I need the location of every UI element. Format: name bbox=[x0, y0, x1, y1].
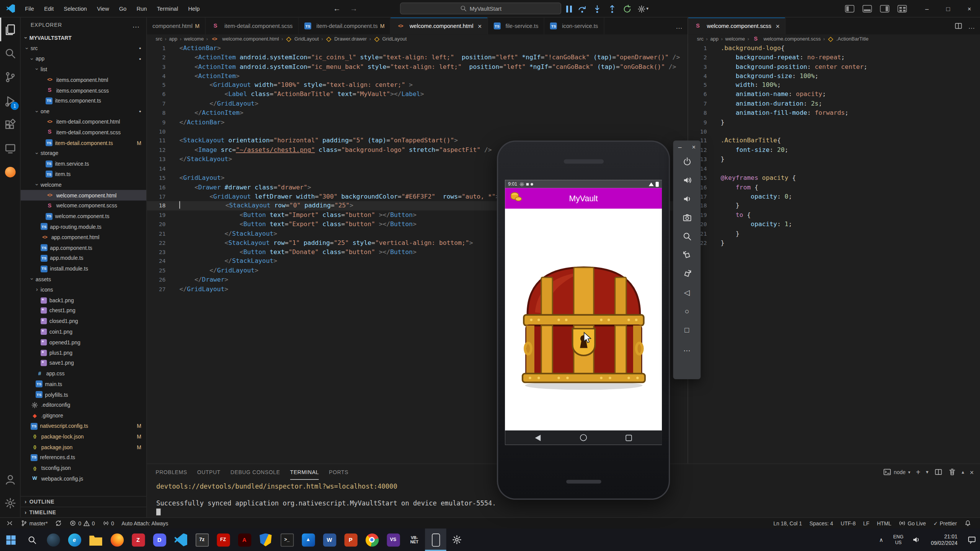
menu-run[interactable]: Run bbox=[132, 0, 152, 17]
file-chest1.png[interactable]: chest1.png bbox=[21, 305, 146, 316]
taskbar-steam[interactable] bbox=[42, 528, 64, 551]
emulator-zoom-button[interactable] bbox=[673, 227, 701, 246]
file-item-detail.component.scss[interactable]: Sitem-detail.component.scss bbox=[21, 127, 146, 137]
panel-tab-problems[interactable]: PROBLEMS bbox=[156, 464, 187, 480]
taskbar-powerpoint[interactable]: P bbox=[340, 528, 361, 551]
file-references.d.ts[interactable]: TSreferences.d.ts bbox=[21, 452, 146, 463]
folder-assets[interactable]: ›assets bbox=[21, 274, 146, 284]
file-nativescript.config.ts[interactable]: TSnativescript.config.tsM bbox=[21, 421, 146, 431]
command-center-search[interactable]: MyVaultStart bbox=[400, 3, 561, 15]
go-back-icon[interactable]: ← bbox=[333, 4, 341, 13]
file-app.component.ts[interactable]: TSapp.component.ts bbox=[21, 243, 146, 253]
taskbar-vbnet[interactable]: VB-NET bbox=[404, 528, 425, 551]
status-ports[interactable]: 0 bbox=[99, 518, 118, 529]
new-terminal-icon[interactable]: + bbox=[916, 468, 920, 476]
status-branch[interactable]: master* bbox=[17, 518, 51, 529]
status-cursor-position[interactable]: Ln 18, Col 1 bbox=[769, 518, 805, 529]
panel-tab-ports[interactable]: PORTS bbox=[329, 464, 348, 480]
activitybar-settings[interactable] bbox=[0, 491, 20, 515]
emulator-camera-button[interactable] bbox=[673, 208, 701, 227]
menu-help[interactable]: Help bbox=[183, 0, 204, 17]
file-closed1.png[interactable]: closed1.png bbox=[21, 316, 146, 326]
breadcrumb-Drawer.drawer[interactable]: Drawer.drawer bbox=[325, 36, 367, 42]
file-item.ts[interactable]: TSitem.ts bbox=[21, 169, 146, 179]
status-indentation[interactable]: Spaces: 4 bbox=[806, 518, 837, 529]
file-app-routing.module.ts[interactable]: TSapp-routing.module.ts bbox=[21, 222, 146, 232]
file-item-detail.component.html[interactable]: <>item-detail.component.html bbox=[21, 117, 146, 127]
activitybar-extensions[interactable] bbox=[0, 112, 20, 136]
menu-selection[interactable]: Selection bbox=[59, 0, 92, 17]
breadcrumb-src[interactable]: src bbox=[697, 36, 703, 42]
volume-icon[interactable] bbox=[908, 535, 924, 544]
folder-welcome[interactable]: ›welcome bbox=[21, 179, 146, 190]
file-app.module.ts[interactable]: TSapp.module.ts bbox=[21, 253, 146, 263]
taskbar-edge[interactable]: e bbox=[64, 528, 85, 551]
emulator-rotate-right-button[interactable] bbox=[673, 264, 701, 283]
android-home-button[interactable] bbox=[580, 434, 586, 441]
status-auto-attach[interactable]: Auto Attach: Always bbox=[118, 518, 172, 529]
taskbar-word[interactable]: W bbox=[319, 528, 340, 551]
customize-layout-icon[interactable] bbox=[897, 5, 906, 13]
file-item.service.ts[interactable]: TSitem.service.ts bbox=[21, 158, 146, 169]
android-recents-button[interactable] bbox=[626, 435, 632, 441]
file-item-detail.component.ts[interactable]: TSitem-detail.component.tsM bbox=[21, 137, 146, 148]
activitybar-explorer[interactable] bbox=[0, 18, 20, 41]
debug-stepinto-button[interactable] bbox=[593, 4, 602, 13]
taskbar-file-explorer[interactable] bbox=[85, 528, 106, 551]
panel-tab-output[interactable]: OUTPUT bbox=[197, 464, 220, 480]
debug-config-button[interactable]: ▾ bbox=[637, 5, 648, 13]
folder-src[interactable]: ›src● bbox=[21, 43, 146, 54]
file-welcome.component.html[interactable]: <>welcome.component.html bbox=[21, 190, 146, 201]
file-main.ts[interactable]: TSmain.ts bbox=[21, 379, 146, 389]
emulator-power-button[interactable] bbox=[673, 152, 701, 171]
toggle-sidebar-icon[interactable] bbox=[845, 5, 854, 13]
toggle-secondary-sidebar-icon[interactable] bbox=[880, 5, 889, 13]
file-.gitignore[interactable]: ◆.gitignore bbox=[21, 410, 146, 421]
debug-restart-button[interactable] bbox=[622, 4, 632, 13]
file-package-lock.json[interactable]: {}package-lock.jsonM bbox=[21, 431, 146, 442]
language-indicator[interactable]: ENGUS bbox=[888, 534, 908, 545]
menu-view[interactable]: View bbox=[92, 0, 114, 17]
taskbar-filezilla[interactable]: FZ bbox=[212, 528, 234, 551]
file-app.css[interactable]: #app.css bbox=[21, 368, 146, 379]
go-forward-icon[interactable]: → bbox=[350, 4, 358, 13]
file-save1.png[interactable]: save1.png bbox=[21, 358, 146, 368]
debug-pause-button[interactable] bbox=[566, 5, 572, 12]
emulator-volume-up-button[interactable] bbox=[673, 171, 701, 189]
emulator-home-button[interactable]: ○ bbox=[673, 302, 701, 321]
taskbar-7zip[interactable]: 7z bbox=[191, 528, 213, 551]
taskbar-zotero[interactable]: Z bbox=[127, 528, 149, 551]
file-items.component.scss[interactable]: Sitems.component.scss bbox=[21, 85, 146, 95]
close-tab-icon[interactable]: × bbox=[478, 22, 482, 30]
explorer-more-icon[interactable]: … bbox=[132, 21, 140, 29]
emulator-close-button[interactable]: × bbox=[692, 143, 696, 150]
breadcrumb-GridLayout[interactable]: GridLayout bbox=[286, 36, 319, 42]
coins-icon[interactable] bbox=[510, 192, 523, 205]
breadcrumb-welcome[interactable]: welcome bbox=[184, 36, 204, 42]
taskbar-vscode[interactable] bbox=[170, 528, 191, 551]
file-coin1.png[interactable]: coin1.png bbox=[21, 326, 146, 337]
tab-component.html[interactable]: component.htmlM bbox=[147, 18, 206, 34]
file-tsconfig.json[interactable]: {}tsconfig.json bbox=[21, 463, 146, 473]
taskbar-settings-app[interactable] bbox=[446, 528, 468, 551]
file-install.module.ts[interactable]: TSinstall.module.ts bbox=[21, 264, 146, 274]
treasure-chest-image[interactable] bbox=[511, 254, 656, 391]
file-.editorconfig[interactable]: .editorconfig bbox=[21, 400, 146, 410]
android-back-button[interactable] bbox=[535, 435, 541, 441]
status-notifications[interactable] bbox=[960, 518, 975, 529]
folder-storage[interactable]: ›storage bbox=[21, 148, 146, 158]
close-button[interactable]: × bbox=[959, 0, 980, 18]
taskbar-clock[interactable]: 21:0109/02/2024 bbox=[924, 533, 964, 546]
menu-file[interactable]: File bbox=[20, 0, 39, 17]
toggle-panel-icon[interactable] bbox=[862, 5, 872, 13]
breadcrumb-welcome.component.scss[interactable]: Swelcome.component.scss bbox=[751, 35, 821, 43]
activitybar-search[interactable] bbox=[0, 41, 20, 65]
file-polyfills.ts[interactable]: TSpolyfills.ts bbox=[21, 390, 146, 400]
taskbar-defender[interactable] bbox=[255, 528, 276, 551]
status-sync[interactable] bbox=[51, 518, 66, 529]
notification-center-icon[interactable] bbox=[964, 535, 980, 544]
tab-item-detail.component.ts[interactable]: TSitem-detail.component.tsM bbox=[299, 18, 391, 34]
taskbar-terminal[interactable]: >_ bbox=[276, 528, 298, 551]
taskbar-search[interactable] bbox=[21, 528, 43, 551]
maximize-button[interactable]: □ bbox=[938, 0, 959, 18]
